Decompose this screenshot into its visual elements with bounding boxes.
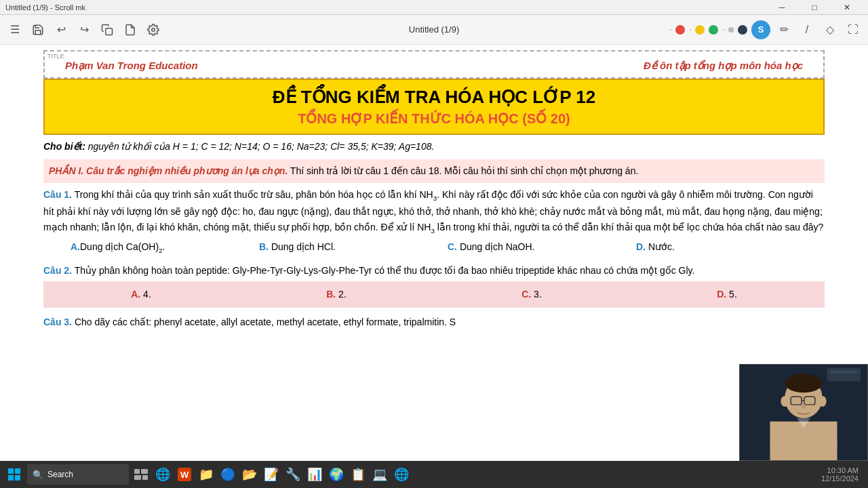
maximize-button[interactable]: □: [799, 0, 830, 15]
webcam-overlay: [739, 364, 868, 461]
svg-rect-20: [134, 469, 140, 474]
toolbar-center: Untitled (1/9): [292, 24, 576, 35]
shape-tool-button[interactable]: ◇: [821, 20, 840, 39]
dot-small-gray2: •: [689, 26, 691, 33]
search-icon: 🔍: [33, 470, 43, 480]
cau1-b-text: Dung dịch HCl.: [271, 241, 336, 252]
cau1-d-label: D.: [636, 241, 648, 252]
search-bar[interactable]: 🔍: [27, 464, 129, 485]
red-dot[interactable]: [675, 25, 685, 35]
undo-button[interactable]: ↩: [52, 20, 71, 39]
green-dot[interactable]: [709, 25, 718, 35]
paste-button[interactable]: [98, 20, 117, 39]
cau2-answer-c: C. 3.: [434, 287, 629, 302]
window-controls[interactable]: ─ □ ✕: [766, 0, 863, 15]
yellow-dot[interactable]: [695, 25, 705, 35]
title-box: TITLE Phạm Van Trong Education Đề ôn tập…: [43, 50, 825, 79]
taskbar-clock: 10:30 AM 12/15/2024: [821, 466, 864, 483]
document-title: Untitled (1/9): [409, 24, 459, 35]
taskbar-icon-edge[interactable]: 🌐: [153, 465, 172, 484]
body-content: Cho biết: nguyên tử khối của H = 1; C = …: [43, 135, 825, 341]
nguyen-tu-line: Cho biết: nguyên tử khối của H = 1; C = …: [43, 139, 825, 154]
settings-button[interactable]: [144, 20, 163, 39]
minimize-button[interactable]: ─: [766, 0, 797, 15]
document: TITLE Phạm Van Trong Education Đề ôn tập…: [0, 50, 868, 341]
header-line1: ĐỀ TỔNG KIỂM TRA HÓA HỌC LỚP 12: [58, 87, 810, 108]
cau1-answer-d: D. Nước.: [636, 239, 825, 256]
search-input[interactable]: [47, 470, 115, 479]
cau2-answer-b: B. 2.: [239, 287, 434, 302]
svg-rect-18: [8, 475, 14, 481]
svg-rect-23: [142, 475, 148, 480]
taskbar-icon-notepad[interactable]: 📝: [262, 465, 281, 484]
black-dot[interactable]: [738, 25, 747, 35]
svg-point-15: [801, 404, 806, 408]
pen-tool-button[interactable]: ✏: [774, 20, 793, 39]
svg-text:W: W: [180, 470, 189, 480]
file-button[interactable]: [121, 20, 140, 39]
cau2-c-label: C.: [521, 289, 534, 300]
svg-point-14: [818, 396, 827, 407]
toolbar-right: • • • S ✏ / ◇ ⛶: [578, 20, 863, 39]
cau1-label: Câu 1.: [43, 189, 72, 200]
svg-rect-16: [8, 468, 14, 474]
title-right: Đề ôn tập tổng hợp môn hóa học: [644, 60, 803, 72]
close-button[interactable]: ✕: [831, 0, 863, 15]
cau1-c-text: Dung dịch NaOH.: [460, 241, 535, 252]
cau1-answer-b: B. Dung dịch HCl.: [259, 239, 448, 256]
taskbar-icon-app3[interactable]: 🔧: [283, 465, 302, 484]
cau2-answers: A. 4. B. 2. C. 3. D. 5.: [43, 281, 825, 308]
avatar-button[interactable]: S: [751, 20, 770, 39]
start-button[interactable]: [4, 464, 24, 485]
line-tool-button[interactable]: /: [797, 20, 816, 39]
svg-rect-0: [106, 28, 113, 35]
cau1-c-label: C.: [448, 241, 460, 252]
cau2-label: Câu 2.: [43, 265, 72, 276]
title-content: Phạm Van Trong Education Đề ôn tập tổng …: [52, 54, 816, 75]
cau2-text: Thủy phân không hoàn toàn peptide: Gly-P…: [72, 265, 694, 276]
cau3-label: Câu 3.: [43, 317, 72, 327]
webcam-figure: [740, 365, 867, 460]
cau2: Câu 2. Thủy phân không hoàn toàn peptide…: [43, 263, 825, 308]
taskbar-icon-app6[interactable]: 📋: [349, 465, 368, 484]
svg-rect-21: [141, 469, 148, 474]
cau1-b-label: B.: [259, 241, 271, 252]
svg-point-6: [785, 374, 822, 393]
cau1-d-text: Nước.: [648, 241, 675, 252]
phan-section: PHẦN I. Câu trắc nghiệm nhiều phương án …: [43, 159, 825, 182]
taskbar-icon-explorer[interactable]: 📁: [197, 465, 216, 484]
taskbar-icon-app2[interactable]: 📂: [240, 465, 259, 484]
content-area: TITLE Phạm Van Trong Education Đề ôn tập…: [0, 45, 868, 461]
cau1-answer-c: C. Dung dịch NaOH.: [448, 239, 636, 256]
small-gray-dot[interactable]: [728, 27, 734, 33]
cau2-b-text: 2.: [338, 289, 347, 300]
cau2-d-label: D.: [717, 289, 729, 300]
cau2-d-text: 5.: [729, 289, 737, 300]
toolbar-left: ☰ ↩ ↪: [5, 20, 290, 39]
cau1-a-label: A.: [71, 241, 80, 252]
cau1-answers: A.Dung dịch Ca(OH)2. B. Dung dịch HCl. C…: [43, 239, 825, 256]
dot-small-gray3: •: [722, 26, 724, 33]
menu-button[interactable]: ☰: [5, 20, 24, 39]
person-svg: [740, 364, 867, 461]
taskbar-icon-chrome[interactable]: 🔵: [218, 465, 237, 484]
cau1: Câu 1. Trong khí thải của quy trình sản …: [43, 187, 825, 256]
taskbar: 🔍 🌐 W 📁 🔵 📂 📝 🔧 📊 🌍 📋 💻 🌐 10:30 AM 12/15…: [0, 461, 868, 488]
expand-button[interactable]: ⛶: [844, 20, 863, 39]
taskbar-icon-app5[interactable]: 🌍: [327, 465, 346, 484]
cau2-answer-a: A. 4.: [43, 287, 239, 302]
save-button[interactable]: [28, 20, 47, 39]
svg-rect-3: [827, 368, 861, 382]
redo-button[interactable]: ↪: [75, 20, 94, 39]
cau2-a-text: 4.: [143, 289, 151, 300]
titlebar: Untitled (1/9) - Scroll mk ─ □ ✕: [0, 0, 868, 15]
cau2-a-label: A.: [131, 289, 143, 300]
taskbar-icon-office[interactable]: W: [175, 465, 194, 484]
taskbar-icon-app8[interactable]: 🌐: [392, 465, 411, 484]
cau3-text: Cho dãy các chất: phenyl acetate, allyl …: [72, 317, 456, 327]
dot-small-gray: •: [670, 26, 672, 33]
cau1-a-text: Dung dịch Ca(OH)2.: [80, 241, 165, 252]
taskbar-icon-app7[interactable]: 💻: [370, 465, 389, 484]
taskbar-icon-app4[interactable]: 📊: [305, 465, 324, 484]
taskbar-icon-task-view[interactable]: [132, 465, 151, 484]
